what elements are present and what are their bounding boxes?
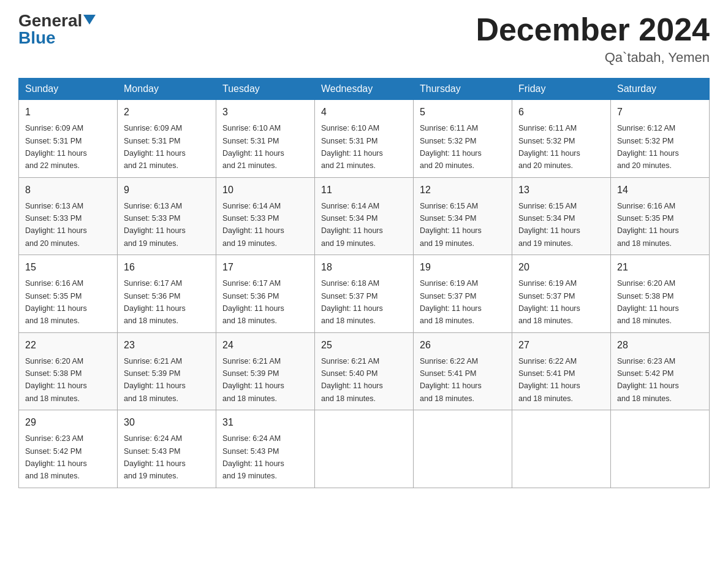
day-info: Sunrise: 6:20 AMSunset: 5:38 PMDaylight:… bbox=[25, 357, 87, 403]
day-info: Sunrise: 6:22 AMSunset: 5:41 PMDaylight:… bbox=[518, 357, 580, 403]
day-cell: 23 Sunrise: 6:21 AMSunset: 5:39 PMDaylig… bbox=[118, 332, 216, 410]
day-info: Sunrise: 6:21 AMSunset: 5:39 PMDaylight:… bbox=[124, 357, 186, 403]
header-cell-friday: Friday bbox=[512, 79, 611, 100]
week-row-4: 22 Sunrise: 6:20 AMSunset: 5:38 PMDaylig… bbox=[19, 332, 710, 410]
week-row-1: 1 Sunrise: 6:09 AMSunset: 5:31 PMDayligh… bbox=[19, 100, 710, 178]
day-cell: 12 Sunrise: 6:15 AMSunset: 5:34 PMDaylig… bbox=[414, 177, 512, 255]
day-info: Sunrise: 6:14 AMSunset: 5:34 PMDaylight:… bbox=[321, 202, 383, 248]
day-cell: 17 Sunrise: 6:17 AMSunset: 5:36 PMDaylig… bbox=[216, 255, 315, 333]
day-info: Sunrise: 6:24 AMSunset: 5:43 PMDaylight:… bbox=[222, 434, 284, 480]
day-number: 3 bbox=[222, 105, 308, 120]
day-cell: 31 Sunrise: 6:24 AMSunset: 5:43 PMDaylig… bbox=[216, 410, 315, 488]
day-info: Sunrise: 6:17 AMSunset: 5:36 PMDaylight:… bbox=[124, 279, 186, 325]
day-cell: 24 Sunrise: 6:21 AMSunset: 5:39 PMDaylig… bbox=[216, 332, 315, 410]
logo: General Blue bbox=[18, 12, 96, 47]
day-number: 11 bbox=[321, 183, 407, 197]
header-cell-saturday: Saturday bbox=[611, 79, 710, 100]
day-cell: 22 Sunrise: 6:20 AMSunset: 5:38 PMDaylig… bbox=[19, 332, 118, 410]
day-info: Sunrise: 6:23 AMSunset: 5:42 PMDaylight:… bbox=[617, 357, 679, 403]
title-area: December 2024 Qa`tabah, Yemen bbox=[476, 12, 710, 66]
logo-triangle-icon bbox=[83, 15, 96, 25]
week-row-3: 15 Sunrise: 6:16 AMSunset: 5:35 PMDaylig… bbox=[19, 255, 710, 333]
day-info: Sunrise: 6:09 AMSunset: 5:31 PMDaylight:… bbox=[25, 124, 87, 170]
day-number: 19 bbox=[420, 260, 506, 275]
day-cell: 6 Sunrise: 6:11 AMSunset: 5:32 PMDayligh… bbox=[512, 100, 611, 178]
header-row: SundayMondayTuesdayWednesdayThursdayFrid… bbox=[19, 79, 710, 100]
header-cell-wednesday: Wednesday bbox=[315, 79, 414, 100]
day-info: Sunrise: 6:19 AMSunset: 5:37 PMDaylight:… bbox=[518, 279, 580, 325]
day-info: Sunrise: 6:20 AMSunset: 5:38 PMDaylight:… bbox=[617, 279, 679, 325]
header-cell-thursday: Thursday bbox=[414, 79, 512, 100]
day-number: 25 bbox=[321, 338, 407, 353]
location-title: Qa`tabah, Yemen bbox=[476, 50, 710, 66]
header-cell-monday: Monday bbox=[118, 79, 216, 100]
day-cell: 10 Sunrise: 6:14 AMSunset: 5:33 PMDaylig… bbox=[216, 177, 315, 255]
day-number: 27 bbox=[518, 338, 604, 353]
day-number: 8 bbox=[25, 183, 111, 197]
day-number: 16 bbox=[124, 260, 210, 275]
day-info: Sunrise: 6:10 AMSunset: 5:31 PMDaylight:… bbox=[222, 124, 284, 170]
day-info: Sunrise: 6:17 AMSunset: 5:36 PMDaylight:… bbox=[222, 279, 284, 325]
day-number: 1 bbox=[25, 105, 111, 120]
day-cell bbox=[611, 410, 710, 488]
day-number: 9 bbox=[124, 183, 210, 197]
day-info: Sunrise: 6:15 AMSunset: 5:34 PMDaylight:… bbox=[420, 202, 482, 248]
header-cell-sunday: Sunday bbox=[19, 79, 118, 100]
day-number: 23 bbox=[124, 338, 210, 353]
day-cell bbox=[315, 410, 414, 488]
day-number: 14 bbox=[617, 183, 703, 197]
day-cell: 9 Sunrise: 6:13 AMSunset: 5:33 PMDayligh… bbox=[118, 177, 216, 255]
day-info: Sunrise: 6:16 AMSunset: 5:35 PMDaylight:… bbox=[617, 202, 679, 248]
day-info: Sunrise: 6:11 AMSunset: 5:32 PMDaylight:… bbox=[518, 124, 580, 170]
day-cell: 13 Sunrise: 6:15 AMSunset: 5:34 PMDaylig… bbox=[512, 177, 611, 255]
calendar-header: SundayMondayTuesdayWednesdayThursdayFrid… bbox=[19, 79, 710, 100]
day-cell: 15 Sunrise: 6:16 AMSunset: 5:35 PMDaylig… bbox=[19, 255, 118, 333]
logo-blue-text: Blue bbox=[18, 29, 56, 47]
day-cell: 11 Sunrise: 6:14 AMSunset: 5:34 PMDaylig… bbox=[315, 177, 414, 255]
day-number: 26 bbox=[420, 338, 506, 353]
week-row-5: 29 Sunrise: 6:23 AMSunset: 5:42 PMDaylig… bbox=[19, 410, 710, 488]
day-cell: 14 Sunrise: 6:16 AMSunset: 5:35 PMDaylig… bbox=[611, 177, 710, 255]
day-info: Sunrise: 6:10 AMSunset: 5:31 PMDaylight:… bbox=[321, 124, 383, 170]
day-info: Sunrise: 6:21 AMSunset: 5:39 PMDaylight:… bbox=[222, 357, 284, 403]
day-cell bbox=[414, 410, 512, 488]
day-cell: 29 Sunrise: 6:23 AMSunset: 5:42 PMDaylig… bbox=[19, 410, 118, 488]
day-info: Sunrise: 6:13 AMSunset: 5:33 PMDaylight:… bbox=[25, 202, 87, 248]
day-number: 24 bbox=[222, 338, 308, 353]
day-cell: 8 Sunrise: 6:13 AMSunset: 5:33 PMDayligh… bbox=[19, 177, 118, 255]
day-info: Sunrise: 6:19 AMSunset: 5:37 PMDaylight:… bbox=[420, 279, 482, 325]
day-cell: 16 Sunrise: 6:17 AMSunset: 5:36 PMDaylig… bbox=[118, 255, 216, 333]
day-number: 2 bbox=[124, 105, 210, 120]
day-info: Sunrise: 6:16 AMSunset: 5:35 PMDaylight:… bbox=[25, 279, 87, 325]
day-number: 18 bbox=[321, 260, 407, 275]
month-title: December 2024 bbox=[476, 12, 710, 47]
calendar-table: SundayMondayTuesdayWednesdayThursdayFrid… bbox=[18, 78, 710, 488]
day-cell: 21 Sunrise: 6:20 AMSunset: 5:38 PMDaylig… bbox=[611, 255, 710, 333]
day-cell: 20 Sunrise: 6:19 AMSunset: 5:37 PMDaylig… bbox=[512, 255, 611, 333]
day-number: 17 bbox=[222, 260, 308, 275]
day-number: 7 bbox=[617, 105, 703, 120]
day-cell: 7 Sunrise: 6:12 AMSunset: 5:32 PMDayligh… bbox=[611, 100, 710, 178]
day-info: Sunrise: 6:13 AMSunset: 5:33 PMDaylight:… bbox=[124, 202, 186, 248]
day-info: Sunrise: 6:24 AMSunset: 5:43 PMDaylight:… bbox=[124, 434, 186, 480]
day-number: 22 bbox=[25, 338, 111, 353]
day-cell: 5 Sunrise: 6:11 AMSunset: 5:32 PMDayligh… bbox=[414, 100, 512, 178]
day-number: 12 bbox=[420, 183, 506, 197]
day-cell: 26 Sunrise: 6:22 AMSunset: 5:41 PMDaylig… bbox=[414, 332, 512, 410]
day-info: Sunrise: 6:14 AMSunset: 5:33 PMDaylight:… bbox=[222, 202, 284, 248]
logo-general-text: General bbox=[18, 12, 82, 29]
day-cell: 25 Sunrise: 6:21 AMSunset: 5:40 PMDaylig… bbox=[315, 332, 414, 410]
day-number: 5 bbox=[420, 105, 506, 120]
day-cell bbox=[512, 410, 611, 488]
day-cell: 3 Sunrise: 6:10 AMSunset: 5:31 PMDayligh… bbox=[216, 100, 315, 178]
day-cell: 18 Sunrise: 6:18 AMSunset: 5:37 PMDaylig… bbox=[315, 255, 414, 333]
day-number: 31 bbox=[222, 415, 308, 430]
day-info: Sunrise: 6:15 AMSunset: 5:34 PMDaylight:… bbox=[518, 202, 580, 248]
day-cell: 1 Sunrise: 6:09 AMSunset: 5:31 PMDayligh… bbox=[19, 100, 118, 178]
day-number: 15 bbox=[25, 260, 111, 275]
day-number: 29 bbox=[25, 415, 111, 430]
day-cell: 4 Sunrise: 6:10 AMSunset: 5:31 PMDayligh… bbox=[315, 100, 414, 178]
day-number: 30 bbox=[124, 415, 210, 430]
calendar-body: 1 Sunrise: 6:09 AMSunset: 5:31 PMDayligh… bbox=[19, 100, 710, 488]
day-cell: 19 Sunrise: 6:19 AMSunset: 5:37 PMDaylig… bbox=[414, 255, 512, 333]
